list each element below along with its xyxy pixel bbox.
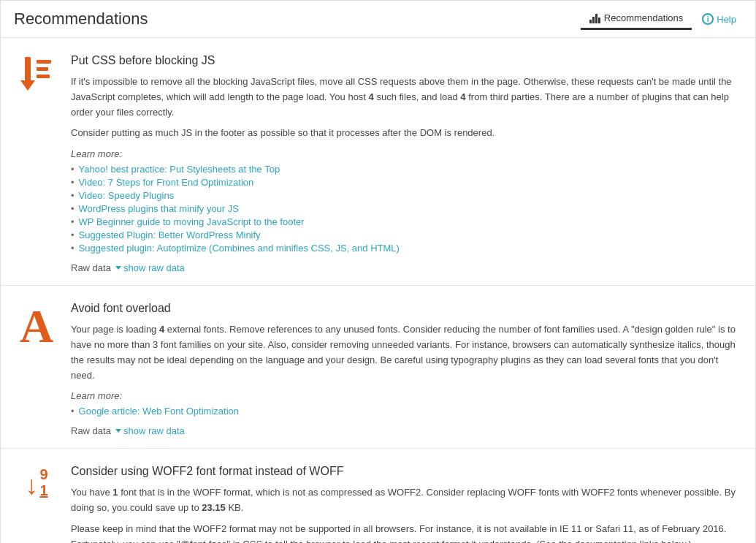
header: Recommendations Recommendations i Help: [1, 1, 755, 38]
rec-section-font-overload: A Avoid font overload Your page is loadi…: [1, 286, 755, 449]
list-item: WP Beginner guide to moving JavaScript t…: [71, 216, 742, 227]
rec-body-woff2: Consider using WOFF2 font format instead…: [71, 465, 742, 543]
svg-rect-2: [37, 60, 51, 64]
help-icon: i: [702, 13, 714, 25]
css-js-icon: [14, 54, 59, 273]
page-title: Recommendations: [14, 10, 148, 29]
learn-more-css-js: Learn more:: [71, 148, 742, 159]
rec-title-woff2: Consider using WOFF2 font format instead…: [71, 465, 742, 478]
raw-data-row-css-js: Raw data show raw data: [71, 262, 742, 273]
link-list-css-js: Yahoo! best practice: Put Stylesheets at…: [71, 164, 742, 254]
list-item: Yahoo! best practice: Put Stylesheets at…: [71, 164, 742, 175]
show-raw-data-css-js[interactable]: show raw data: [115, 262, 185, 273]
recommendations-tab[interactable]: Recommendations: [581, 8, 692, 30]
recommendations-tab-label: Recommendations: [604, 12, 683, 23]
rec-desc-woff2-2: Please keep in mind that the WOFF2 forma…: [71, 522, 742, 543]
help-label: Help: [717, 14, 736, 25]
link-video-frontend[interactable]: Video: 7 Steps for Front End Optimizatio…: [79, 177, 254, 188]
list-item: Suggested Plugin: Better WordPress Minif…: [71, 229, 742, 240]
list-item: WordPress plugins that minify your JS: [71, 203, 742, 214]
list-item: Video: Speedy Plugins: [71, 190, 742, 201]
raw-data-label-font: Raw data: [71, 425, 111, 436]
link-list-font: Google article: Web Font Optimization: [71, 406, 742, 417]
link-better-wp-minify[interactable]: Suggested Plugin: Better WordPress Minif…: [79, 229, 261, 240]
link-google-font[interactable]: Google article: Web Font Optimization: [79, 406, 239, 417]
show-raw-label-font: show raw data: [123, 425, 185, 436]
rec-desc-css-js-2: Consider putting as much JS in the foote…: [71, 126, 742, 141]
woff2-icon-container: ↓ 9 1: [14, 465, 59, 543]
link-yahoo[interactable]: Yahoo! best practice: Put Stylesheets at…: [79, 164, 280, 175]
font-a-icon: A: [20, 303, 53, 350]
app-container: Recommendations Recommendations i Help: [0, 0, 756, 543]
show-raw-data-font[interactable]: show raw data: [115, 425, 185, 436]
number-1: 1: [39, 482, 47, 498]
link-autoptimize[interactable]: Suggested plugin: Autoptimize (Combines …: [79, 243, 400, 254]
raw-data-label-css-js: Raw data: [71, 262, 111, 273]
raw-data-row-font: Raw data show raw data: [71, 425, 742, 436]
svg-marker-1: [20, 80, 35, 91]
rec-title-css-js: Put CSS before blocking JS: [71, 54, 742, 67]
rec-body-css-js: Put CSS before blocking JS If it's impos…: [71, 54, 742, 273]
list-item: Suggested plugin: Autoptimize (Combines …: [71, 243, 742, 254]
learn-more-font: Learn more:: [71, 390, 742, 401]
rec-desc-woff2-1: You have 1 font that is in the WOFF form…: [71, 485, 742, 516]
rec-desc-css-js-1: If it's impossible to remove all the blo…: [71, 75, 742, 120]
font-overload-icon: A: [14, 302, 59, 436]
content-area: Put CSS before blocking JS If it's impos…: [1, 38, 755, 543]
svg-rect-0: [25, 57, 31, 80]
number-9: 9: [39, 466, 47, 482]
svg-rect-3: [37, 67, 48, 71]
bar-chart-icon: [589, 13, 600, 23]
woff2-arrow-numbers: ↓ 9 1: [25, 466, 47, 498]
svg-rect-4: [37, 75, 50, 78]
list-item: Google article: Web Font Optimization: [71, 406, 742, 417]
arrow-down-icon-font: [115, 429, 121, 433]
sort-numbers: 9 1: [39, 466, 47, 498]
down-arrow-symbol: ↓: [25, 472, 38, 498]
arrow-down-icon: [115, 266, 121, 270]
rec-section-woff2: ↓ 9 1 Consider using WOFF2 font format i…: [1, 449, 755, 543]
rec-title-font-overload: Avoid font overload: [71, 302, 742, 315]
list-item: Video: 7 Steps for Front End Optimizatio…: [71, 177, 742, 188]
show-raw-label-css-js: show raw data: [123, 262, 185, 273]
help-link[interactable]: i Help: [696, 9, 742, 29]
link-wp-beginner[interactable]: WP Beginner guide to moving JavaScript t…: [79, 216, 305, 227]
rec-body-font-overload: Avoid font overload Your page is loading…: [71, 302, 742, 436]
link-minify-js[interactable]: WordPress plugins that minify your JS: [79, 203, 239, 214]
header-nav: Recommendations i Help: [581, 8, 742, 30]
rec-section-css-js: Put CSS before blocking JS If it's impos…: [1, 38, 755, 286]
rec-desc-font-overload: Your page is loading 4 external fonts. R…: [71, 322, 742, 383]
link-video-speedy[interactable]: Video: Speedy Plugins: [79, 190, 175, 201]
